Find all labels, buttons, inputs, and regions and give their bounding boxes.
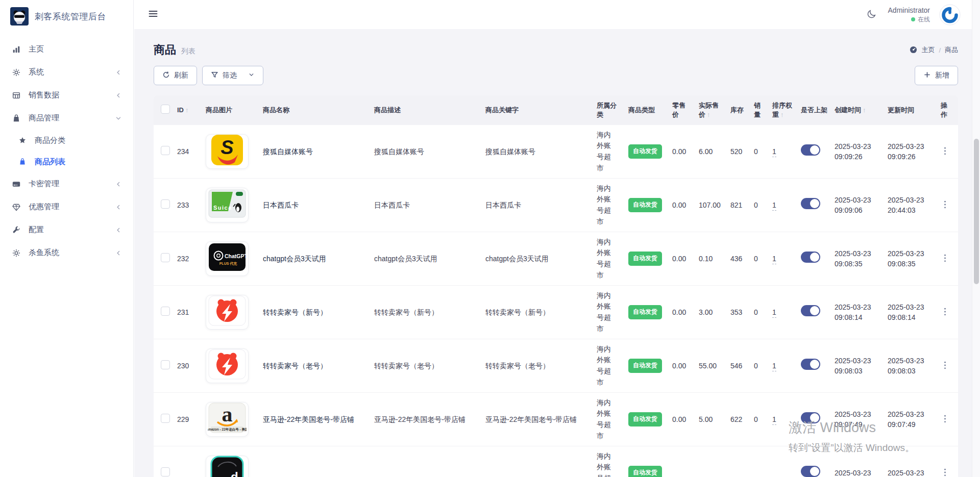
panda-logo-icon xyxy=(10,7,29,26)
cell-id: 229 xyxy=(177,414,206,424)
breadcrumb-item-主页[interactable]: 主页 xyxy=(921,45,935,55)
cell-actual-price: 3.00 xyxy=(699,307,730,317)
cell-desc: 亚马逊-22年美国老号-带店铺 xyxy=(374,414,485,424)
cell-desc: 转转卖家号（新号） xyxy=(374,307,485,317)
hamburger-button[interactable] xyxy=(145,6,161,23)
row-checkbox[interactable] xyxy=(161,253,170,262)
chevron-left-icon xyxy=(115,227,122,234)
on-sale-toggle[interactable] xyxy=(801,466,820,477)
sidebar-item-杀鱼系统[interactable]: 杀鱼系统 xyxy=(0,241,133,264)
filter-button[interactable]: 筛选 xyxy=(202,66,263,85)
row-checkbox[interactable] xyxy=(161,146,170,155)
sidebar-menu: 主页系统销售数据商品管理商品分类商品列表卡密管理优惠管理配置杀鱼系统 xyxy=(0,34,133,264)
cell-stock: 520 xyxy=(730,146,754,157)
sidebar-item-销售数据[interactable]: 销售数据 xyxy=(0,84,133,107)
avatar[interactable] xyxy=(939,4,961,26)
theme-toggle-button[interactable] xyxy=(864,7,879,23)
cell-actions xyxy=(941,198,958,213)
row-actions-button[interactable] xyxy=(941,198,949,213)
sidebar-item-配置[interactable]: 配置 xyxy=(0,218,133,241)
add-button[interactable]: 新增 xyxy=(915,66,958,85)
sidebar-item-系统[interactable]: 系统 xyxy=(0,61,133,84)
table-icon xyxy=(11,90,21,101)
plus-icon xyxy=(923,71,931,80)
row-checkbox[interactable] xyxy=(161,307,170,316)
row-actions-button[interactable] xyxy=(941,305,949,320)
svg-text:Amazon - 22年老白号 - 美国: Amazon - 22年老白号 - 美国 xyxy=(208,428,247,432)
cell-desc: chatgpt会员3天试用 xyxy=(374,254,485,264)
cell-desc: 日本西瓜卡 xyxy=(374,200,485,210)
row-actions-button[interactable] xyxy=(941,252,949,266)
row-actions-button[interactable] xyxy=(941,359,949,373)
row-checkbox[interactable] xyxy=(161,199,170,209)
product-image xyxy=(206,348,249,383)
cell-created: 2025-03-23 09:09:26 xyxy=(835,141,888,162)
cell-updated: 2025-03-23 09:07:49 xyxy=(888,409,941,430)
column-header-actual[interactable]: 实际售价↑ xyxy=(699,101,730,119)
dots-vertical-icon xyxy=(944,310,946,318)
refresh-label: 刷新 xyxy=(174,71,188,80)
on-sale-toggle[interactable] xyxy=(801,144,820,156)
cell-stock: 546 xyxy=(730,361,754,371)
cell-on-sale xyxy=(801,198,835,212)
row-actions-button[interactable] xyxy=(941,144,949,159)
sidebar-item-卡密管理[interactable]: 卡密管理 xyxy=(0,172,133,195)
username: Administrator xyxy=(888,6,930,15)
column-header-created[interactable]: 创建时间↑ xyxy=(835,106,888,115)
row-checkbox-cell xyxy=(154,146,177,157)
gem-icon xyxy=(11,202,21,212)
weight-edit-link[interactable]: 1 xyxy=(772,255,776,264)
cell-image: d xyxy=(206,456,263,477)
on-sale-toggle[interactable] xyxy=(801,412,820,423)
column-header-weight[interactable]: 排序权重↑ xyxy=(772,101,801,119)
sidebar-item-label: 卡密管理 xyxy=(29,179,59,189)
app-title: 刺客系统管理后台 xyxy=(35,11,106,22)
weight-edit-link[interactable]: 1 xyxy=(772,147,776,157)
sidebar-item-商品管理[interactable]: 商品管理 xyxy=(0,107,133,130)
cell-image xyxy=(206,348,263,383)
row-actions-button[interactable] xyxy=(941,466,949,477)
breadcrumb: 主页/商品 xyxy=(910,45,958,55)
gear-icon xyxy=(11,248,21,258)
sidebar-item-优惠管理[interactable]: 优惠管理 xyxy=(0,195,133,218)
row-checkbox[interactable] xyxy=(161,414,170,423)
on-sale-toggle[interactable] xyxy=(801,252,820,263)
row-checkbox[interactable] xyxy=(161,360,170,369)
cell-actions xyxy=(941,359,958,373)
scrollbar-thumb[interactable] xyxy=(974,139,979,284)
toggle-knob xyxy=(810,467,819,476)
weight-edit-link[interactable]: 1 xyxy=(772,201,776,211)
sidebar-item-商品列表[interactable]: 商品列表 xyxy=(0,151,133,172)
select-all-checkbox[interactable] xyxy=(161,105,170,114)
column-header-desc: 商品描述 xyxy=(374,106,485,115)
cell-actual-price: 55.00 xyxy=(699,361,730,371)
sidebar-item-商品分类[interactable]: 商品分类 xyxy=(0,130,133,151)
cell-stock: 353 xyxy=(730,307,754,317)
cell-sales: 0 xyxy=(754,414,772,424)
refresh-button[interactable]: 刷新 xyxy=(154,66,197,85)
sidebar-logo-row[interactable]: 刺客系统管理后台 xyxy=(0,0,133,34)
cell-id: 232 xyxy=(177,254,206,264)
toggle-knob xyxy=(810,145,819,155)
row-actions-button[interactable] xyxy=(941,412,949,427)
table-row: 234S搜狐自媒体账号搜狐自媒体账号搜狐自媒体账号海内外账号超市自动发货0.00… xyxy=(154,125,958,179)
cell-on-sale xyxy=(801,305,835,319)
on-sale-toggle[interactable] xyxy=(801,359,820,370)
column-header-id[interactable]: ID↑ xyxy=(177,106,206,115)
online-status: 在线 xyxy=(888,15,930,23)
column-header-keyword: 商品关键字 xyxy=(485,106,597,115)
cell-updated: 2025-03-23 09:08:35 xyxy=(888,248,941,269)
cell-category: 海内外账号超市 xyxy=(597,397,628,442)
cell-actual-price: 5.00 xyxy=(699,414,730,424)
sidebar-item-主页[interactable]: 主页 xyxy=(0,38,133,61)
weight-edit-link[interactable]: 1 xyxy=(772,362,776,371)
column-header-sales: 销量 xyxy=(754,101,772,119)
weight-edit-link[interactable]: 1 xyxy=(772,308,776,318)
chevron-left-icon xyxy=(115,69,122,76)
on-sale-toggle[interactable] xyxy=(801,305,820,316)
row-checkbox[interactable] xyxy=(161,467,170,476)
on-sale-toggle[interactable] xyxy=(801,198,820,209)
weight-edit-link[interactable]: 1 xyxy=(772,415,776,425)
sort-up-icon: ↑ xyxy=(780,111,784,118)
cell-name: 亚马逊-22年美国老号-带店铺 xyxy=(263,414,374,424)
